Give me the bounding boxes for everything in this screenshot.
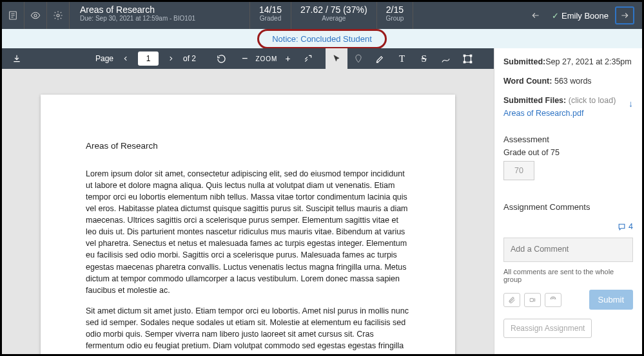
grade-out-of-label: Grade out of 75 [503, 148, 633, 157]
audio-record-icon[interactable] [545, 293, 561, 307]
stats-group: 14/15 Graded 27.62 / 75 (37%) Average 2/… [250, 2, 413, 29]
assignment-title: Areas of Research [80, 5, 239, 15]
document-scroll-area[interactable]: Areas of Research Lorem ipsum dolor sit … [2, 69, 494, 354]
grading-sidebar: Submitted:Sep 27, 2021 at 2:35pm Word Co… [494, 48, 642, 354]
document-viewer: Page of 2 − ZOOM + [2, 48, 494, 354]
submit-button[interactable]: Submit [589, 290, 633, 310]
grade-input[interactable]: 70 [503, 161, 534, 180]
check-icon: ✓ [552, 11, 559, 21]
wordcount-value: 563 words [554, 77, 592, 86]
svg-point-1 [34, 14, 37, 17]
doc-title: Areas of Research [86, 140, 410, 153]
draw-tool[interactable] [435, 48, 457, 69]
svg-rect-4 [463, 55, 465, 57]
top-bar: Areas of Research Due: Sep 30, 2021 at 1… [2, 2, 642, 29]
viewer-toolbar: Page of 2 − ZOOM + [2, 48, 494, 69]
doc-paragraph: Lorem ipsum dolor sit amet, consectetur … [86, 168, 410, 296]
notice-concluded-student: Notice: Concluded Student [257, 29, 387, 49]
svg-rect-5 [470, 55, 472, 57]
comments-heading: Assignment Comments [503, 202, 590, 212]
files-hint: (click to load) [569, 96, 616, 105]
next-page-button[interactable] [164, 55, 178, 62]
strikeout-tool[interactable]: S [413, 48, 435, 69]
prev-student-button[interactable] [526, 6, 545, 24]
pointer-tool[interactable] [326, 48, 347, 69]
reassign-button[interactable]: Reassign Assignment [503, 319, 592, 338]
doc-paragraph: Sit amet dictum sit amet justo. Etiam te… [86, 305, 410, 354]
download-file-icon[interactable]: ↓ [629, 98, 633, 109]
stat-average: 27.62 / 75 (37%) Average [291, 2, 377, 29]
assessment-heading: Assessment [503, 135, 633, 144]
svg-rect-7 [470, 61, 472, 63]
zoom-label: ZOOM [255, 55, 277, 62]
highlight-tool[interactable] [369, 48, 391, 69]
text-tool[interactable]: T [391, 48, 413, 69]
comment-count-link[interactable]: 4 [618, 222, 633, 231]
page-number-input[interactable] [138, 52, 159, 66]
media-record-icon[interactable] [524, 293, 541, 307]
area-tool[interactable] [457, 48, 479, 69]
wordcount-label: Word Count: [503, 77, 552, 86]
point-annotation-tool[interactable] [347, 48, 369, 69]
fullscreen-icon[interactable] [304, 54, 313, 63]
settings-icon[interactable] [47, 2, 70, 29]
student-nav: ✓Emily Boone [518, 2, 642, 29]
document-page: Areas of Research Lorem ipsum dolor sit … [41, 95, 455, 354]
submitted-value: Sep 27, 2021 at 2:35pm [545, 57, 631, 66]
prev-page-button[interactable] [119, 55, 133, 62]
page-of-label: of 2 [183, 54, 196, 63]
zoom-in-button[interactable]: + [285, 53, 290, 64]
stat-graded: 14/15 Graded [250, 2, 291, 29]
rotate-icon[interactable] [217, 54, 226, 64]
notice-bar: Notice: Concluded Student [2, 29, 642, 48]
assignment-info: Areas of Research Due: Sep 30, 2021 at 1… [70, 2, 250, 29]
stat-group: 2/15 Group [377, 2, 414, 29]
attach-file-icon[interactable] [503, 293, 520, 307]
assignment-due: Due: Sep 30, 2021 at 12:59am - BIO101 [80, 15, 239, 22]
comment-fineprint: All comments are sent to the whole group [503, 268, 633, 283]
visibility-icon[interactable] [24, 2, 47, 29]
next-student-button[interactable] [615, 6, 634, 24]
svg-rect-8 [530, 298, 533, 301]
zoom-out-button[interactable]: − [242, 53, 248, 64]
svg-point-2 [57, 14, 59, 17]
submitted-file-link[interactable]: Areas of Research.pdf [503, 109, 583, 118]
page-label: Page [95, 54, 113, 63]
download-icon[interactable] [2, 54, 31, 63]
svg-rect-6 [463, 61, 465, 63]
gradebook-icon[interactable] [2, 2, 24, 29]
student-name-dropdown[interactable]: ✓Emily Boone [552, 11, 609, 21]
comment-textarea[interactable] [503, 238, 633, 262]
submitted-label: Submitted: [503, 57, 545, 66]
files-label: Submitted Files: [503, 96, 566, 105]
